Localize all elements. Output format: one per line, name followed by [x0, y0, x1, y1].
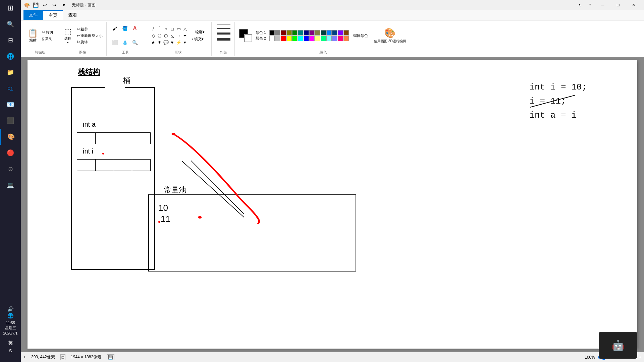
tab-home[interactable]: 主页: [43, 10, 63, 20]
lang-indicator[interactable]: 英: [0, 340, 21, 346]
quick-save[interactable]: 💾: [32, 1, 40, 9]
fill-btn[interactable]: ▪ 填充▾: [191, 36, 206, 42]
swatch-mintgreen[interactable]: [321, 36, 326, 41]
swatch-violet[interactable]: [338, 30, 343, 36]
paste-button[interactable]: 📋 粘贴: [26, 28, 40, 44]
swatch-silver[interactable]: [275, 36, 280, 41]
quick-undo[interactable]: ↩: [41, 1, 49, 9]
shape-star5[interactable]: ★: [150, 39, 156, 45]
swatch-c1[interactable]: [315, 30, 320, 36]
swatch-blue2[interactable]: [304, 36, 309, 41]
canvas-area[interactable]: 栈结构 桶 int a int i: [21, 57, 644, 352]
taskbar-search[interactable]: 🔍: [0, 16, 21, 32]
shape-oval[interactable]: ○: [163, 26, 169, 32]
swatch-black[interactable]: [269, 30, 275, 36]
swatch-teal[interactable]: [298, 30, 303, 36]
text-tool[interactable]: A: [131, 24, 139, 33]
tab-view[interactable]: 查看: [63, 10, 83, 20]
swatch-magenta[interactable]: [309, 36, 315, 41]
fill-tool[interactable]: 🪣: [121, 24, 129, 33]
shape-right-tri[interactable]: ◺: [169, 33, 175, 39]
swatch-cyan[interactable]: [298, 36, 303, 41]
help-button[interactable]: ?: [585, 0, 595, 10]
shape-star4[interactable]: ✦: [182, 33, 188, 39]
shape-penta[interactable]: ⬠: [157, 33, 163, 39]
swatch-navy[interactable]: [304, 30, 309, 36]
swatch-gray[interactable]: [275, 30, 280, 36]
swatch-yellow[interactable]: [286, 36, 292, 41]
maximize-button[interactable]: □: [610, 0, 626, 10]
shape-arrow-r[interactable]: →: [176, 33, 182, 39]
start-button[interactable]: ⊞: [0, 0, 21, 16]
swatch-lime[interactable]: [292, 36, 298, 41]
edit-colors-btn[interactable]: 编辑颜色: [352, 33, 369, 39]
swatch-brown[interactable]: [343, 30, 349, 36]
size-4[interactable]: [217, 38, 230, 41]
close-button[interactable]: ✕: [626, 0, 641, 10]
swatch-lightcyan[interactable]: [326, 36, 332, 41]
paint3d-btn[interactable]: 使用画图 3D进行编辑: [373, 39, 407, 44]
save-icon[interactable]: 💾: [107, 354, 114, 360]
taskbar-circle2[interactable]: ⊙: [0, 161, 21, 177]
quick-redo[interactable]: ↪: [50, 1, 58, 9]
swatch-darkblue[interactable]: [332, 30, 337, 36]
shape-heart[interactable]: ♥: [169, 39, 175, 45]
swatch-blue[interactable]: [326, 30, 332, 36]
shape-rect[interactable]: □: [169, 26, 175, 32]
code-line2: i = 11;: [529, 96, 587, 106]
taskbar-store[interactable]: 🛍: [0, 80, 21, 97]
swatch-periwinkle[interactable]: [332, 36, 337, 41]
size-1[interactable]: [217, 24, 230, 24]
eraser-tool[interactable]: ⬜: [111, 39, 119, 47]
color2-swatch[interactable]: [244, 34, 252, 42]
zoom-in-icon[interactable]: +: [639, 355, 641, 360]
resize-button[interactable]: ⇔ 重新调整大小: [76, 33, 104, 39]
quick-dropdown[interactable]: ▾: [60, 1, 68, 9]
taskbar-folder[interactable]: 📁: [0, 64, 21, 80]
taskbar-view[interactable]: ⊟: [0, 32, 21, 48]
magnify-tool[interactable]: 🔍: [131, 39, 139, 47]
cut-button[interactable]: ✂ 剪切: [41, 29, 54, 35]
taskbar-dev[interactable]: 💻: [0, 177, 21, 193]
taskbar-paint[interactable]: 🎨: [0, 129, 21, 145]
taskbar-mail[interactable]: 📧: [0, 97, 21, 113]
outline-btn[interactable]: ─ 轮廓▾: [191, 29, 206, 35]
shape-callout[interactable]: 💬: [163, 39, 169, 45]
ribbon-expand[interactable]: ∧: [574, 0, 585, 10]
shape-tri[interactable]: △: [182, 26, 188, 32]
shape-hexa[interactable]: ⬡: [163, 33, 169, 39]
picker-tool[interactable]: 💧: [121, 39, 129, 47]
swatch-olive[interactable]: [286, 30, 292, 36]
swatch-red[interactable]: [281, 36, 286, 41]
shape-line[interactable]: /: [150, 26, 156, 32]
canvas-inner[interactable]: 栈结构 桶 int a int i: [28, 60, 637, 349]
swatch-hotpink[interactable]: [338, 36, 343, 41]
tab-file[interactable]: 文件: [23, 10, 43, 20]
taskbar-edge[interactable]: 🌐: [0, 48, 21, 64]
taskbar-vscode[interactable]: ⬛: [0, 113, 21, 129]
swatch-c2[interactable]: [321, 30, 326, 36]
shape-curve[interactable]: ⌒: [157, 26, 163, 32]
shape-diamond[interactable]: ◇: [150, 33, 156, 39]
select-button[interactable]: ⬚ 选择 ▾: [61, 26, 74, 45]
swatch-purple[interactable]: [309, 30, 315, 36]
crop-button[interactable]: ✂ 裁剪: [76, 26, 104, 32]
clock-bottom-icons[interactable]: 🔊 🌐: [7, 306, 14, 319]
minimize-button[interactable]: ─: [595, 0, 610, 10]
brush-tool[interactable]: 🖌: [111, 24, 119, 33]
shape-more[interactable]: ▾: [182, 39, 188, 45]
cell-a2: [96, 133, 114, 144]
swatch-lightyellow[interactable]: [315, 36, 320, 41]
swatch-orange[interactable]: [343, 36, 349, 41]
rotate-button[interactable]: ↻ 旋转: [76, 39, 104, 45]
shape-star6[interactable]: ✶: [157, 39, 163, 45]
size-2[interactable]: [217, 28, 230, 29]
shape-rrect[interactable]: ▭: [176, 26, 182, 32]
size-3[interactable]: [217, 33, 230, 35]
swatch-white[interactable]: [269, 36, 275, 41]
taskbar-red[interactable]: 🔴: [0, 145, 21, 161]
copy-button[interactable]: ⎘ 复制: [41, 36, 54, 42]
swatch-darkred[interactable]: [281, 30, 286, 36]
swatch-green[interactable]: [292, 30, 298, 36]
shape-lightning[interactable]: ⚡: [176, 39, 182, 45]
